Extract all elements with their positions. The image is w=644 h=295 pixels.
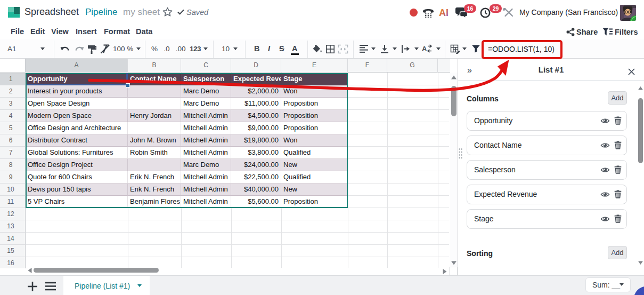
svg-text:A: A (422, 45, 427, 53)
svg-text:AI: AI (439, 7, 449, 18)
